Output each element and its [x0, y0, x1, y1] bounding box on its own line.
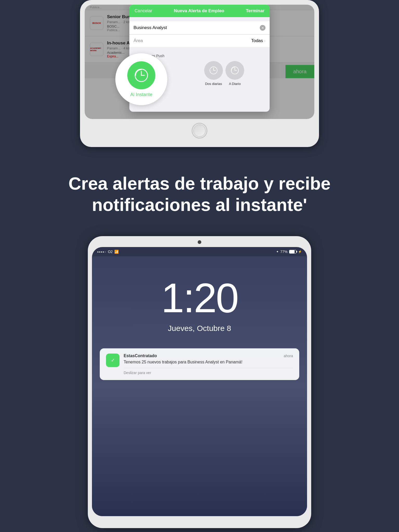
- modal-header: Cancelar Nueva Alerta de Empleo Terminar: [129, 5, 270, 17]
- freq-circle-daily: [225, 61, 244, 80]
- clock-icon: [134, 68, 149, 83]
- charging-icon: ⚡: [298, 250, 302, 254]
- bluetooth-icon: ✦: [276, 250, 279, 254]
- freq-label-twice: Dos diarias: [205, 82, 222, 86]
- frequency-section: Al... caciones Push: [129, 51, 270, 112]
- phone-camera-bar: [92, 240, 307, 244]
- area-value: Todas ›: [251, 38, 265, 43]
- freq-circle-twice: [204, 61, 223, 80]
- modal-sheet: Cancelar Nueva Alerta de Empleo Terminar…: [129, 5, 270, 112]
- wifi-icon: 📶: [114, 250, 119, 254]
- cancel-button[interactable]: Cancelar: [135, 8, 152, 14]
- app-logo-icon: ✓: [109, 356, 117, 364]
- notification-card[interactable]: ✓ EstasContratado ahora Tenemos 25 nuevo…: [100, 348, 299, 380]
- notification-header: EstasContratado ahora: [124, 354, 293, 358]
- freq-label-daily: A Diario: [229, 82, 241, 86]
- lock-time-display: 1:20: [92, 277, 307, 319]
- selected-freq-bubble: Al Instante: [115, 53, 167, 105]
- status-right: ✦ 77% ⚡: [276, 250, 302, 254]
- marketing-headline: Crea alertas de trabajo y recibe notific…: [39, 173, 360, 215]
- status-left: ●●●●○ O2 📶: [97, 250, 119, 254]
- search-row: ✕: [129, 21, 270, 35]
- search-input[interactable]: [134, 25, 260, 30]
- battery-percent: 77%: [280, 250, 288, 254]
- notification-time: ahora: [284, 354, 293, 358]
- notification-app-name: EstasContratado: [124, 354, 157, 358]
- clock-icon: [230, 66, 240, 75]
- notification-action[interactable]: Deslizar para ver: [124, 371, 293, 375]
- area-label: Área: [134, 38, 143, 43]
- carrier-name: O2: [108, 250, 113, 254]
- marketing-text-section: Crea alertas de trabajo y recibe notific…: [0, 147, 399, 236]
- clock-icon: [209, 66, 218, 75]
- chevron-right-icon: ›: [264, 38, 265, 43]
- clear-button[interactable]: ✕: [260, 25, 265, 31]
- phone-device: ●●●●○ O2 📶 ✦ 77% ⚡: [88, 236, 311, 528]
- frequency-options: Al Instante: [134, 61, 265, 86]
- home-button-area: [85, 119, 314, 142]
- freq-label-instant: Al Instante: [130, 92, 152, 97]
- signal-strength: ●●●●○: [97, 250, 106, 253]
- tablet-device: Publica... BOSCH Senior Busin... Panam..…: [80, 0, 319, 147]
- selected-clock-circle: [127, 61, 155, 89]
- top-section: Publica... BOSCH Senior Busin... Panam..…: [0, 0, 399, 147]
- freq-option-daily[interactable]: A Diario: [225, 61, 244, 86]
- battery-tip: [296, 251, 297, 253]
- notification-divider: [124, 368, 293, 368]
- battery-fill: [289, 250, 295, 253]
- phone-bottom-bar: [92, 516, 307, 524]
- svg-text:✓: ✓: [111, 358, 115, 363]
- battery-icon: [289, 250, 296, 254]
- bottom-section: ●●●●○ O2 📶 ✦ 77% ⚡: [0, 236, 399, 532]
- phone-screen: ●●●●○ O2 📶 ✦ 77% ⚡: [92, 247, 307, 516]
- notification-content: EstasContratado ahora Tenemos 25 nuevos …: [124, 354, 293, 375]
- notification-app-icon: ✓: [106, 354, 119, 367]
- status-bar: ●●●●○ O2 📶 ✦ 77% ⚡: [92, 247, 307, 256]
- tablet-screen: Publica... BOSCH Senior Busin... Panam..…: [85, 5, 314, 119]
- freq-option-instant[interactable]: Al Instante: [134, 61, 152, 86]
- lock-date-display: Jueves, Octubre 8: [92, 324, 307, 333]
- modal-title: Nueva Alerta de Empleo: [174, 8, 224, 14]
- modal-body: ✕ Área Todas ›: [129, 21, 270, 112]
- lock-screen: 1:20 Jueves, Octubre 8 ✓: [92, 256, 307, 516]
- area-row[interactable]: Área Todas ›: [129, 35, 270, 47]
- done-button[interactable]: Terminar: [246, 8, 264, 14]
- home-button[interactable]: [192, 123, 207, 138]
- lock-time-area: 1:20: [92, 256, 307, 324]
- home-button-inner: [194, 125, 205, 137]
- freq-option-twice-daily[interactable]: Dos diarias: [204, 61, 223, 86]
- front-camera: [198, 240, 201, 244]
- notification-message: Tenemos 25 nuevos trabajos para Business…: [124, 359, 293, 365]
